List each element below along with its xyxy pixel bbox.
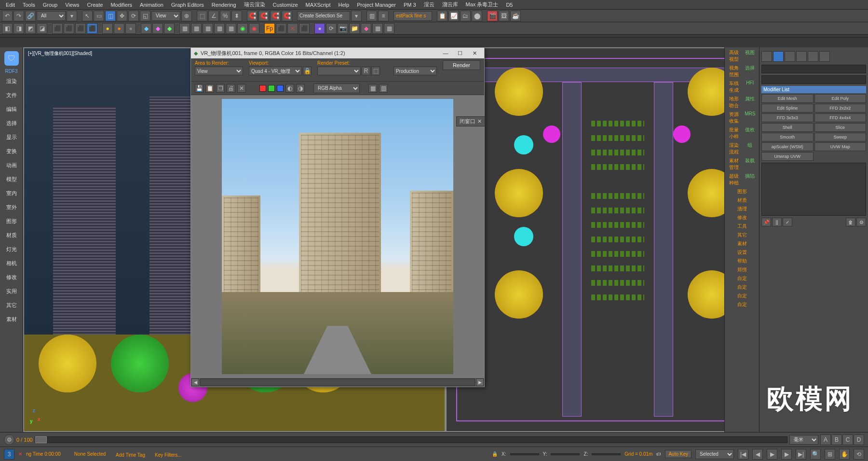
strip-item[interactable]: 修改: [726, 213, 758, 222]
goto-start-icon[interactable]: |◀: [738, 449, 748, 460]
swatch-red[interactable]: [259, 85, 266, 92]
add-time-tag[interactable]: Add Time Tag: [116, 452, 145, 459]
strip-item[interactable]: 自定: [726, 300, 758, 309]
cube-pink-icon[interactable]: ◆: [152, 23, 163, 34]
t2-btn[interactable]: ⬛: [64, 23, 74, 34]
strip-item[interactable]: 清理: [726, 205, 758, 213]
selection-filter[interactable]: All: [37, 11, 66, 21]
link-icon[interactable]: 🔗: [25, 11, 36, 21]
sphere-orange-icon[interactable]: ●: [114, 23, 124, 34]
strip-item[interactable]: 其它: [726, 231, 758, 239]
magnet-y-icon[interactable]: 🧲: [258, 11, 269, 21]
select-rect-icon[interactable]: ▭: [94, 11, 104, 21]
lp-shape[interactable]: 图形: [0, 215, 23, 228]
t2-btn[interactable]: ⬛: [276, 23, 286, 34]
modifier-stack[interactable]: [761, 163, 866, 216]
menu-pm3[interactable]: PM 3: [400, 1, 420, 9]
percent-snap-icon[interactable]: %: [220, 11, 231, 21]
rdf3-icon[interactable]: 🛡: [4, 51, 19, 66]
filter-icon[interactable]: ▾: [67, 11, 77, 21]
fp-icon[interactable]: Fp: [264, 23, 275, 34]
strip-item[interactable]: 素材: [726, 239, 758, 248]
render-setup-icon[interactable]: 🎬: [487, 11, 498, 21]
t2-btn[interactable]: ▦: [226, 23, 236, 34]
strip-item[interactable]: 素材管理: [726, 156, 742, 172]
mono-icon[interactable]: ◑: [296, 84, 305, 93]
cube-green-icon[interactable]: ◆: [164, 23, 175, 34]
align-icon[interactable]: ≡: [378, 11, 389, 21]
time-slider-icon[interactable]: [35, 436, 47, 443]
strip-item[interactable]: 高级视型: [726, 48, 742, 64]
menu-antivirus[interactable]: Max 杀毒卫士: [462, 0, 502, 9]
strip-item[interactable]: 摘陷: [742, 172, 759, 187]
t2-btn[interactable]: ▦: [179, 23, 190, 34]
modifier-btn-edit-spline[interactable]: Edit Spline: [761, 104, 814, 112]
coord-z[interactable]: [592, 453, 621, 455]
lp-interior[interactable]: 室内: [0, 187, 23, 200]
strip-item[interactable]: 图形: [726, 187, 758, 196]
scroll-left-icon[interactable]: ◀: [191, 378, 199, 386]
render-button[interactable]: Render: [443, 60, 480, 70]
x-close-icon[interactable]: ✕: [18, 451, 22, 457]
close-overlay-tag[interactable]: 闭窗口✕: [456, 116, 485, 126]
t2-btn[interactable]: ◪: [37, 23, 47, 34]
select-window-icon[interactable]: ◫: [105, 11, 116, 21]
t2-btn[interactable]: ⬛: [52, 23, 63, 34]
purple-icon[interactable]: ●: [314, 23, 325, 34]
strip-item[interactable]: 资源收集: [726, 110, 742, 126]
clear-icon[interactable]: ✕: [237, 84, 246, 93]
menu-grapheditors[interactable]: Graph Editors: [167, 1, 208, 9]
render-titlebar[interactable]: ◆ VR_物理像机001, frame 0, RGBA Color 16 Bit…: [191, 48, 484, 58]
t2-btn[interactable]: 📷: [338, 23, 348, 34]
t2-btn[interactable]: ▦: [384, 23, 394, 34]
modifier-list-label[interactable]: Modifier List: [761, 86, 866, 93]
modifier-btn-ffd-4x4x4[interactable]: FFD 4x4x4: [814, 113, 867, 122]
nav-pan-icon[interactable]: ✋: [839, 449, 850, 460]
lp-file[interactable]: 文件: [0, 89, 23, 102]
swatch-blue[interactable]: [277, 85, 284, 92]
nav-zoomall-icon[interactable]: ⊞: [825, 449, 835, 460]
strip-item[interactable]: 郑愣: [726, 265, 758, 274]
lp-light[interactable]: 灯光: [0, 243, 23, 256]
menu-animation[interactable]: Animation: [136, 1, 167, 9]
object-name-input[interactable]: [761, 65, 866, 73]
preset-env-icon[interactable]: ⬚: [371, 67, 380, 75]
angle-snap-icon[interactable]: ∠: [208, 11, 219, 21]
nav-zoom-icon[interactable]: 🔍: [810, 449, 821, 460]
t2-btn[interactable]: ⬛: [87, 23, 97, 34]
strip-item[interactable]: 车线生成: [726, 79, 742, 95]
lp-display[interactable]: 显示: [0, 131, 23, 144]
menu-customize[interactable]: Customize: [269, 1, 302, 9]
utilities-tab-icon[interactable]: [819, 51, 830, 62]
area-to-render-select[interactable]: View: [195, 67, 243, 75]
lp-assets[interactable]: 素材: [0, 313, 23, 326]
modifier-btn-ffd-2x2x2[interactable]: FFD 2x2x2: [814, 104, 867, 112]
lp-render[interactable]: 渲染: [0, 75, 23, 88]
next-frame-icon[interactable]: ▶: [781, 449, 792, 460]
modifier-btn-edit-mesh[interactable]: Edit Mesh: [761, 94, 814, 103]
lp-exterior[interactable]: 室外: [0, 201, 23, 214]
display-tab-icon[interactable]: [808, 51, 818, 62]
autokey-button[interactable]: Auto Key: [665, 450, 692, 458]
modifier-btn-sweep[interactable]: Sweep: [814, 133, 867, 141]
nav-d-icon[interactable]: D: [854, 434, 864, 445]
render-frame-icon[interactable]: 🖼: [499, 11, 509, 21]
swatch-green[interactable]: [268, 85, 275, 92]
light-green-icon[interactable]: ◉: [237, 23, 248, 34]
render-icon[interactable]: ☕: [510, 11, 521, 21]
lp-anim[interactable]: 动画: [0, 159, 23, 172]
t2-btn[interactable]: ▦: [214, 23, 225, 34]
close-red-icon[interactable]: ✕: [287, 23, 298, 34]
modifier-btn-slice[interactable]: Slice: [814, 123, 867, 132]
goto-end-icon[interactable]: ▶|: [796, 449, 806, 460]
strip-item[interactable]: 批量小样: [726, 126, 742, 141]
lp-other[interactable]: 其它: [0, 299, 23, 312]
strip-item[interactable]: 渲染流程: [726, 141, 742, 156]
render-preset-select[interactable]: [317, 67, 361, 75]
strip-item[interactable]: 自定: [726, 274, 758, 283]
modifier-btn-shell[interactable]: Shell: [761, 123, 814, 132]
modifier-btn-uvw-map[interactable]: UVW Map: [814, 142, 867, 151]
sphere-gray-icon[interactable]: ●: [125, 23, 136, 34]
light-red-icon[interactable]: ◉: [249, 23, 259, 34]
redo-icon[interactable]: ↷: [14, 11, 24, 21]
